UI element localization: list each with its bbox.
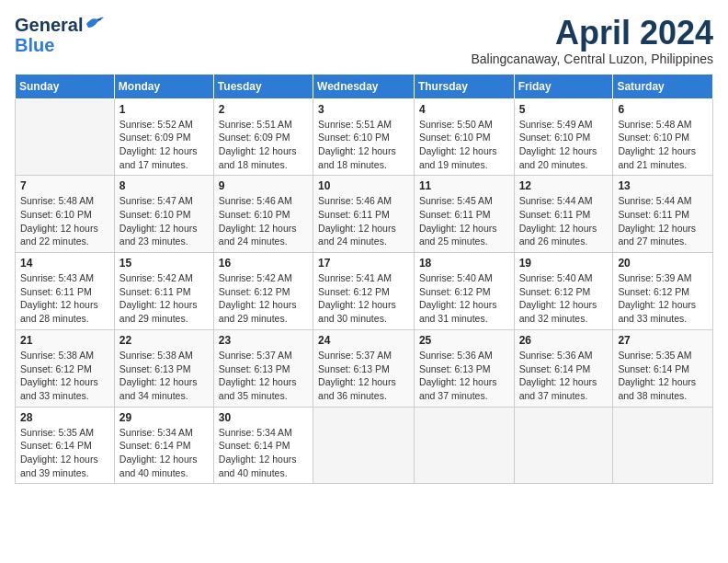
day-info: Sunrise: 5:50 AM Sunset: 6:10 PM Dayligh… (419, 118, 509, 172)
day-number: 4 (419, 103, 509, 116)
day-info: Sunrise: 5:38 AM Sunset: 6:12 PM Dayligh… (20, 349, 109, 403)
location-subtitle: Balingcanaway, Central Luzon, Philippine… (471, 52, 713, 66)
day-number: 20 (618, 257, 708, 270)
day-number: 23 (219, 334, 308, 347)
page-header: General Blue April 2024 Balingcanaway, C… (15, 15, 713, 66)
calendar-cell: 9Sunrise: 5:46 AM Sunset: 6:10 PM Daylig… (213, 176, 313, 253)
day-number: 3 (318, 103, 409, 116)
day-number: 30 (219, 411, 308, 424)
calendar-header-monday: Monday (114, 74, 213, 98)
logo-general: General (15, 15, 83, 35)
day-info: Sunrise: 5:37 AM Sunset: 6:13 PM Dayligh… (318, 349, 409, 403)
day-info: Sunrise: 5:42 AM Sunset: 6:12 PM Dayligh… (219, 271, 308, 326)
day-info: Sunrise: 5:38 AM Sunset: 6:13 PM Dayligh… (119, 349, 209, 403)
calendar-cell: 16Sunrise: 5:42 AM Sunset: 6:12 PM Dayli… (213, 253, 313, 330)
calendar-header-tuesday: Tuesday (213, 74, 313, 98)
day-number: 22 (119, 334, 209, 347)
day-info: Sunrise: 5:43 AM Sunset: 6:11 PM Dayligh… (20, 271, 109, 326)
day-info: Sunrise: 5:49 AM Sunset: 6:10 PM Dayligh… (519, 118, 609, 172)
day-number: 13 (618, 179, 708, 192)
day-number: 2 (219, 103, 308, 116)
day-info: Sunrise: 5:42 AM Sunset: 6:11 PM Dayligh… (119, 271, 209, 326)
day-info: Sunrise: 5:36 AM Sunset: 6:13 PM Dayligh… (419, 349, 509, 403)
calendar-week-5: 28Sunrise: 5:35 AM Sunset: 6:14 PM Dayli… (16, 407, 713, 484)
calendar-cell (16, 98, 115, 176)
day-number: 7 (20, 179, 109, 192)
calendar-cell: 12Sunrise: 5:44 AM Sunset: 6:11 PM Dayli… (514, 176, 613, 253)
calendar-cell: 8Sunrise: 5:47 AM Sunset: 6:10 PM Daylig… (114, 176, 213, 253)
logo-blue: Blue (15, 35, 54, 55)
calendar-cell: 15Sunrise: 5:42 AM Sunset: 6:11 PM Dayli… (114, 253, 213, 330)
calendar-cell: 23Sunrise: 5:37 AM Sunset: 6:13 PM Dayli… (213, 329, 313, 407)
day-info: Sunrise: 5:51 AM Sunset: 6:09 PM Dayligh… (219, 118, 308, 172)
calendar-cell: 20Sunrise: 5:39 AM Sunset: 6:12 PM Dayli… (613, 253, 713, 330)
calendar-week-2: 7Sunrise: 5:48 AM Sunset: 6:10 PM Daylig… (16, 176, 713, 253)
calendar-cell: 21Sunrise: 5:38 AM Sunset: 6:12 PM Dayli… (16, 329, 115, 407)
calendar-week-3: 14Sunrise: 5:43 AM Sunset: 6:11 PM Dayli… (16, 253, 713, 330)
day-number: 15 (119, 257, 209, 270)
day-number: 5 (519, 103, 609, 116)
calendar-week-4: 21Sunrise: 5:38 AM Sunset: 6:12 PM Dayli… (16, 329, 713, 407)
day-number: 16 (219, 257, 308, 270)
day-number: 14 (20, 257, 109, 270)
day-info: Sunrise: 5:45 AM Sunset: 6:11 PM Dayligh… (419, 194, 509, 248)
day-number: 12 (519, 179, 609, 192)
day-info: Sunrise: 5:52 AM Sunset: 6:09 PM Dayligh… (119, 118, 209, 172)
calendar-header-saturday: Saturday (613, 74, 713, 98)
day-number: 28 (20, 411, 109, 424)
day-info: Sunrise: 5:48 AM Sunset: 6:10 PM Dayligh… (20, 194, 109, 248)
calendar-cell: 5Sunrise: 5:49 AM Sunset: 6:10 PM Daylig… (514, 98, 613, 176)
calendar-cell (414, 407, 514, 484)
day-info: Sunrise: 5:46 AM Sunset: 6:10 PM Dayligh… (219, 194, 308, 248)
day-number: 19 (519, 257, 609, 270)
day-info: Sunrise: 5:41 AM Sunset: 6:12 PM Dayligh… (318, 271, 409, 326)
day-info: Sunrise: 5:44 AM Sunset: 6:11 PM Dayligh… (519, 194, 609, 248)
calendar-cell: 14Sunrise: 5:43 AM Sunset: 6:11 PM Dayli… (16, 253, 115, 330)
day-info: Sunrise: 5:35 AM Sunset: 6:14 PM Dayligh… (20, 426, 109, 480)
day-number: 1 (119, 103, 209, 116)
day-info: Sunrise: 5:37 AM Sunset: 6:13 PM Dayligh… (219, 349, 308, 403)
calendar-cell: 28Sunrise: 5:35 AM Sunset: 6:14 PM Dayli… (16, 407, 115, 484)
day-number: 10 (318, 179, 409, 192)
day-number: 9 (219, 179, 308, 192)
calendar-week-1: 1Sunrise: 5:52 AM Sunset: 6:09 PM Daylig… (16, 98, 713, 176)
day-info: Sunrise: 5:51 AM Sunset: 6:10 PM Dayligh… (318, 118, 409, 172)
calendar-cell: 27Sunrise: 5:35 AM Sunset: 6:14 PM Dayli… (613, 329, 713, 407)
day-info: Sunrise: 5:47 AM Sunset: 6:10 PM Dayligh… (119, 194, 209, 248)
day-number: 17 (318, 257, 409, 270)
calendar-cell: 18Sunrise: 5:40 AM Sunset: 6:12 PM Dayli… (414, 253, 514, 330)
day-number: 24 (318, 334, 409, 347)
day-number: 11 (419, 179, 509, 192)
calendar-cell (613, 407, 713, 484)
calendar-cell: 11Sunrise: 5:45 AM Sunset: 6:11 PM Dayli… (414, 176, 514, 253)
calendar-cell: 29Sunrise: 5:34 AM Sunset: 6:14 PM Dayli… (114, 407, 213, 484)
day-info: Sunrise: 5:34 AM Sunset: 6:14 PM Dayligh… (219, 426, 308, 480)
day-info: Sunrise: 5:46 AM Sunset: 6:11 PM Dayligh… (318, 194, 409, 248)
day-info: Sunrise: 5:36 AM Sunset: 6:14 PM Dayligh… (519, 349, 609, 403)
day-info: Sunrise: 5:34 AM Sunset: 6:14 PM Dayligh… (119, 426, 209, 480)
day-number: 27 (618, 334, 708, 347)
calendar-cell: 25Sunrise: 5:36 AM Sunset: 6:13 PM Dayli… (414, 329, 514, 407)
day-info: Sunrise: 5:39 AM Sunset: 6:12 PM Dayligh… (618, 271, 708, 326)
title-area: April 2024 Balingcanaway, Central Luzon,… (471, 15, 713, 66)
calendar-cell: 10Sunrise: 5:46 AM Sunset: 6:11 PM Dayli… (313, 176, 415, 253)
calendar-cell: 4Sunrise: 5:50 AM Sunset: 6:10 PM Daylig… (414, 98, 514, 176)
day-info: Sunrise: 5:40 AM Sunset: 6:12 PM Dayligh… (419, 271, 509, 326)
calendar-cell: 3Sunrise: 5:51 AM Sunset: 6:10 PM Daylig… (313, 98, 415, 176)
calendar-cell: 22Sunrise: 5:38 AM Sunset: 6:13 PM Dayli… (114, 329, 213, 407)
day-number: 26 (519, 334, 609, 347)
day-info: Sunrise: 5:48 AM Sunset: 6:10 PM Dayligh… (618, 118, 708, 172)
calendar-header-thursday: Thursday (414, 74, 514, 98)
month-title: April 2024 (471, 15, 713, 52)
calendar-cell: 19Sunrise: 5:40 AM Sunset: 6:12 PM Dayli… (514, 253, 613, 330)
calendar-cell: 17Sunrise: 5:41 AM Sunset: 6:12 PM Dayli… (313, 253, 415, 330)
calendar-cell: 7Sunrise: 5:48 AM Sunset: 6:10 PM Daylig… (16, 176, 115, 253)
calendar-cell (514, 407, 613, 484)
day-info: Sunrise: 5:44 AM Sunset: 6:11 PM Dayligh… (618, 194, 708, 248)
calendar-cell: 6Sunrise: 5:48 AM Sunset: 6:10 PM Daylig… (613, 98, 713, 176)
calendar-cell: 2Sunrise: 5:51 AM Sunset: 6:09 PM Daylig… (213, 98, 313, 176)
day-number: 8 (119, 179, 209, 192)
logo: General Blue (15, 15, 105, 55)
calendar-header-row: SundayMondayTuesdayWednesdayThursdayFrid… (16, 74, 713, 98)
calendar-header-friday: Friday (514, 74, 613, 98)
